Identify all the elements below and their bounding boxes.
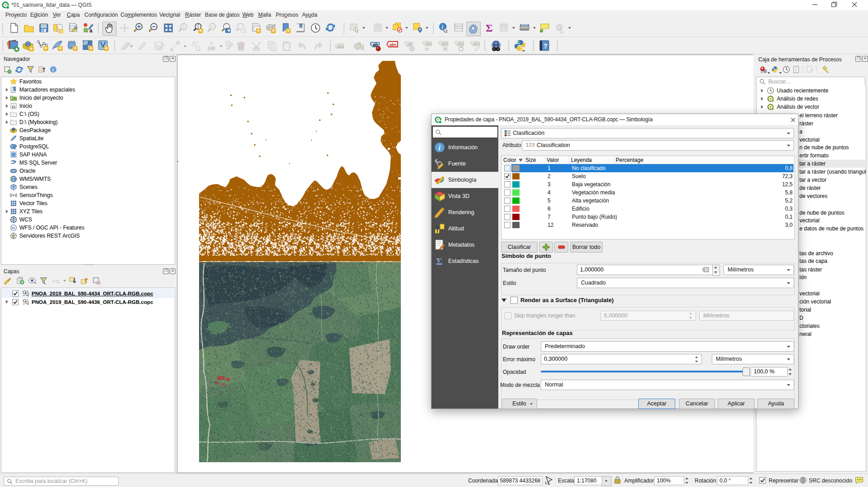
svg-text:ε: ε xyxy=(52,277,55,284)
svg-text:abc: abc xyxy=(457,41,464,46)
svg-text:?: ? xyxy=(543,42,548,50)
svg-text:i: i xyxy=(439,144,441,152)
svg-text:1:1: 1:1 xyxy=(211,25,215,28)
svg-text:Σ: Σ xyxy=(436,256,442,267)
svg-text:ab: ab xyxy=(373,42,378,47)
svg-text:abc: abc xyxy=(425,41,432,46)
svg-text:ab: ab xyxy=(407,42,412,46)
svg-text:a: a xyxy=(89,28,93,33)
svg-text:abc: abc xyxy=(337,44,344,49)
svg-text:abc: abc xyxy=(441,41,449,46)
svg-text:abc: abc xyxy=(390,42,397,47)
svg-text:W: W xyxy=(11,226,15,230)
svg-text:abc: abc xyxy=(473,41,480,46)
svg-text:Σ: Σ xyxy=(486,22,493,33)
